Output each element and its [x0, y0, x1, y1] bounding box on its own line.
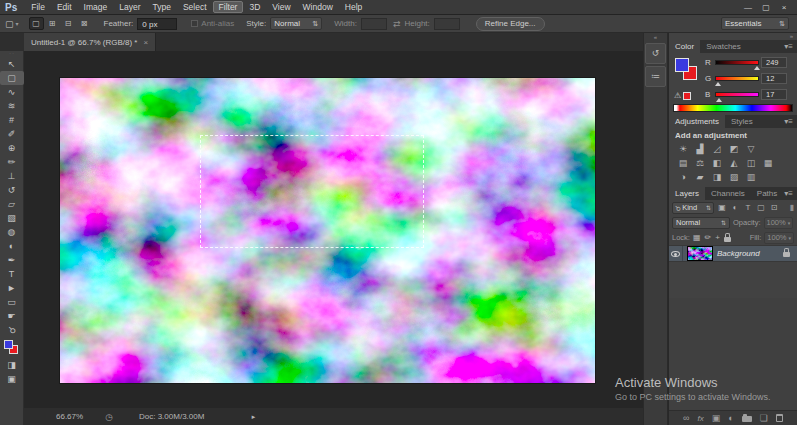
channel-slider[interactable]	[715, 76, 759, 81]
gamut-warning[interactable]: ⚠	[674, 91, 691, 100]
mode-new-selection[interactable]: ▢	[29, 17, 44, 30]
tool-quick-selection[interactable]: ≋	[0, 99, 24, 113]
tool-path-selection[interactable]: ►	[0, 281, 24, 295]
fill-select[interactable]: 100% ▾	[764, 232, 794, 244]
icon-link-layers[interactable]: ∞	[683, 413, 689, 423]
restore-button[interactable]: ▢	[757, 3, 775, 12]
icon-filter-type-layers[interactable]: T	[743, 203, 753, 212]
gamut-color-swatch[interactable]	[683, 92, 691, 100]
panel-tab-adjustments[interactable]: Adjustments	[669, 115, 725, 128]
icon-new-adjustment-layer[interactable]: ◐	[728, 413, 733, 423]
menu-item-help[interactable]: Help	[339, 1, 368, 13]
panel-tab-styles[interactable]: Styles	[725, 115, 759, 128]
menu-item-select[interactable]: Select	[177, 1, 213, 13]
selection-marquee[interactable]	[200, 135, 424, 248]
icon-add-layer-mask[interactable]: ▣	[712, 413, 721, 423]
adjustment-exposure[interactable]: ◩	[728, 144, 740, 154]
channel-slider[interactable]	[715, 60, 759, 65]
adjustment-hue-saturation[interactable]: ▤	[677, 158, 689, 168]
panel-button-properties-panel[interactable]: ≔	[645, 66, 666, 87]
icon-filter-adjustment-layers[interactable]: ◐	[730, 203, 740, 212]
adjustment-photo-filter[interactable]: ◭	[728, 158, 740, 168]
menu-item-3d[interactable]: 3D	[243, 1, 266, 13]
height-input[interactable]	[434, 18, 460, 30]
panel-button-history-panel[interactable]: ↺	[645, 43, 666, 64]
panel-tab-color[interactable]: Color	[669, 40, 700, 53]
adjustment-curves[interactable]: ◿	[711, 144, 723, 154]
tool-rectangular-marquee[interactable]: ▢	[0, 71, 24, 85]
icon-filter-shape-layers[interactable]: ▢	[756, 203, 766, 212]
tab-close-icon[interactable]: ×	[143, 38, 148, 47]
adjustment-levels[interactable]: ▟	[694, 144, 706, 154]
icon-new-layer[interactable]: ❏	[760, 413, 768, 423]
layer-thumbnail[interactable]	[688, 247, 712, 260]
menu-item-filter[interactable]: Filter	[213, 1, 244, 13]
tool-dodge[interactable]: ◐	[0, 239, 24, 253]
tool-rectangle[interactable]: ▭	[0, 295, 24, 309]
icon-lock-image-pixels[interactable]: ✏	[705, 233, 712, 242]
tool-lasso[interactable]: ∿	[0, 85, 24, 99]
workspace-select[interactable]: Essentials ⇅	[721, 17, 789, 30]
tool-blur[interactable]: ◍	[0, 225, 24, 239]
menu-item-type[interactable]: Type	[146, 1, 176, 13]
adjustment-posterize[interactable]: ▰	[694, 172, 706, 182]
menu-item-window[interactable]: Window	[297, 1, 339, 13]
adjustment-brightness-contrast[interactable]: ☀	[677, 144, 689, 154]
adjustment-invert[interactable]: ◑	[677, 172, 689, 182]
tool-edit-in-quick-mask[interactable]: ◨	[0, 358, 24, 372]
panel-menu-icon[interactable]: ▾≡	[784, 187, 797, 200]
tool-history-brush[interactable]: ↺	[0, 183, 24, 197]
document-tab[interactable]: Untitled-1 @ 66.7% (RGB/8) * ×	[24, 33, 156, 51]
panel-tab-swatches[interactable]: Swatches	[700, 40, 747, 53]
tool-pen[interactable]: ✒	[0, 253, 24, 267]
icon-lock-transparent-pixels[interactable]: ▦	[693, 233, 701, 242]
tool-eyedropper[interactable]: ✐	[0, 127, 24, 141]
adjustment-color-balance[interactable]: ⚖	[694, 158, 706, 168]
tool-preset-button[interactable]: ▢ ▾	[5, 19, 19, 29]
icon-delete-layer[interactable]	[776, 414, 783, 422]
channel-slider[interactable]	[715, 92, 759, 97]
icon-lock-position[interactable]: +	[715, 233, 720, 242]
tool-clone-stamp[interactable]: ⊥	[0, 169, 24, 183]
tool-spot-healing-brush[interactable]: ⊕	[0, 141, 24, 155]
filtering-toggle-icon[interactable]: ▮	[790, 203, 794, 212]
blend-mode-select[interactable]: Normal ⇅	[672, 217, 730, 229]
icon-new-group[interactable]	[742, 416, 752, 422]
adjustment-channel-mixer[interactable]: ◫	[745, 158, 757, 168]
expand-panels-icon[interactable]: «	[644, 33, 667, 41]
adjustment-color-lookup[interactable]: ▦	[762, 158, 774, 168]
mode-intersect-with-selection[interactable]: ⊠	[77, 17, 92, 30]
collapse-panels-icon[interactable]: »	[669, 33, 797, 40]
adjustment-vibrance[interactable]: ▽	[745, 144, 757, 154]
filter-kind-select[interactable]: ⚲ Kind ⇅	[672, 202, 714, 214]
layer-row-background[interactable]: Background	[669, 245, 797, 262]
width-input[interactable]	[361, 18, 387, 30]
icon-filter-pixel-layers[interactable]: ▣	[717, 203, 727, 212]
menu-item-layer[interactable]: Layer	[113, 1, 146, 13]
status-menu-arrow-icon[interactable]: ►	[250, 414, 256, 420]
minimize-button[interactable]: —	[739, 3, 757, 12]
slider-thumb-icon[interactable]	[716, 98, 722, 102]
tool-screen-mode[interactable]: ▣	[0, 372, 24, 386]
tool-type[interactable]: T	[0, 267, 24, 281]
icon-filter-smart-objects[interactable]: ⊡	[769, 203, 779, 212]
panel-tab-layers[interactable]: Layers	[669, 187, 705, 200]
icon-lock-all[interactable]	[724, 237, 731, 242]
document-size-info[interactable]: Doc: 3.00M/3.00M	[139, 412, 204, 421]
layer-name[interactable]: Background	[717, 249, 760, 258]
channel-value-field[interactable]: 12	[761, 73, 787, 84]
close-button[interactable]: ×	[775, 3, 793, 12]
zoom-level-field[interactable]: 66.67%	[56, 412, 83, 421]
mode-subtract-from-selection[interactable]: ⊟	[61, 17, 76, 30]
tool-move[interactable]: ↖	[0, 57, 24, 71]
tool-eraser[interactable]: ▱	[0, 197, 24, 211]
menu-item-edit[interactable]: Edit	[51, 1, 78, 13]
channel-value-field[interactable]: 17	[761, 89, 787, 100]
canvas-area[interactable]	[24, 51, 643, 408]
adjustment-black-and-white[interactable]: ◧	[711, 158, 723, 168]
swap-dimensions-icon[interactable]: ⇄	[393, 19, 401, 29]
feather-input[interactable]: 0 px	[137, 18, 177, 30]
icon-layer-effects[interactable]: fx	[697, 414, 703, 423]
color-spectrum-ramp[interactable]	[673, 104, 793, 112]
mode-add-to-selection[interactable]: ⊞	[45, 17, 60, 30]
